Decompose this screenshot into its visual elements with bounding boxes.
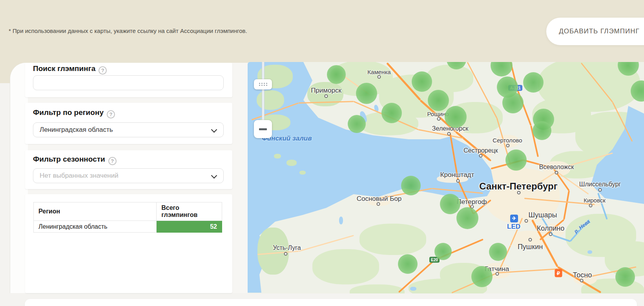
- season-select-placeholder: Нет выбранных значений: [40, 172, 119, 179]
- island-land: [274, 154, 281, 158]
- chevron-down-icon: [211, 127, 217, 133]
- glamping-cluster-marker[interactable]: [348, 115, 366, 133]
- search-section-title: Поиск глэмпинга: [33, 64, 95, 73]
- town-dot: [325, 95, 328, 98]
- search-help-icon[interactable]: ?: [99, 66, 107, 75]
- forest-area: [426, 65, 473, 92]
- glamping-cluster-marker[interactable]: [471, 266, 493, 287]
- lake: [410, 287, 416, 291]
- island-land: [286, 160, 297, 166]
- town-dot: [479, 154, 483, 158]
- map-label-каменка: Каменка: [367, 69, 390, 75]
- map-label-колпино: Колпино: [537, 224, 564, 233]
- airport-icon: ✈: [510, 215, 518, 222]
- region-filter-title: Фильтр по региону: [33, 108, 104, 117]
- attribution-note: * При использовании данных с карты, укаж…: [9, 27, 247, 34]
- season-filter-help-icon[interactable]: ?: [108, 157, 117, 165]
- season-filter-section: Фильтр сезонности? Нет выбранных значени…: [25, 150, 232, 189]
- region-stats-table: Регион Всего глэмпингов Ленинградская об…: [33, 202, 222, 233]
- map-label-шушары: Шушары: [529, 211, 557, 219]
- map-label-всеволожск: Всеволожск: [539, 164, 574, 171]
- town-dot: [549, 233, 553, 236]
- glamping-cluster-marker[interactable]: [327, 65, 346, 84]
- map-label-кронштадт: Кронштадт: [440, 171, 474, 179]
- column-header-region: Регион: [34, 202, 157, 221]
- map-label-сосновый-бор: Сосновый Бор: [357, 195, 402, 203]
- map-label-led: LED: [507, 223, 520, 231]
- region-select-value: Ленинградская область: [40, 126, 113, 133]
- town-dot: [555, 171, 558, 175]
- town-dot: [378, 75, 381, 79]
- town-dot: [525, 219, 528, 223]
- glamping-cluster-marker[interactable]: [456, 207, 478, 229]
- road-line: [563, 191, 570, 220]
- town-dot: [437, 117, 441, 121]
- town-dot: [598, 188, 602, 192]
- map-label-усть-луга: Усть-Луга: [273, 244, 301, 251]
- map-canvas[interactable]: А-121E20₽✈КаменкаПриморскРощиноЗеленогор…: [248, 62, 644, 293]
- forest-area: [359, 224, 426, 255]
- table-header-row: Регион Всего глэмпингов: [34, 202, 222, 221]
- zoom-out-button[interactable]: [254, 120, 272, 138]
- forest-area: [312, 249, 379, 284]
- search-section: Поиск глэмпинга?: [25, 63, 232, 97]
- town-dot: [529, 238, 532, 242]
- lake: [339, 217, 343, 224]
- map-label-пушкин: Пушкин: [518, 243, 543, 251]
- content-card: Поиск глэмпинга? Фильтр по региону? Лени…: [10, 63, 644, 293]
- zoom-slider-handle[interactable]: [254, 79, 272, 89]
- season-select[interactable]: Нет выбранных значений: [33, 168, 224, 183]
- glamping-cluster-marker[interactable]: [505, 149, 527, 171]
- glamping-cluster-marker[interactable]: [412, 71, 432, 92]
- town-dot: [589, 204, 593, 208]
- glamping-cluster-marker[interactable]: [398, 254, 418, 274]
- glamping-cluster-marker[interactable]: [428, 90, 449, 111]
- bottom-section-card: [25, 299, 637, 306]
- minus-icon: [259, 128, 267, 130]
- island-land: [299, 171, 306, 175]
- road-badge-₽: ₽: [555, 269, 562, 277]
- region-filter-section: Фильтр по региону? Ленинградская область: [25, 103, 232, 144]
- map-label-сертолово: Сертолово: [493, 137, 522, 144]
- region-filter-help-icon[interactable]: ?: [107, 110, 115, 118]
- glamping-cluster-marker[interactable]: [381, 103, 402, 123]
- town-dot: [506, 144, 510, 148]
- glamping-count-cell: 52: [157, 221, 222, 233]
- glamping-cluster-marker[interactable]: [489, 243, 507, 261]
- region-cell: Ленинградская область: [34, 221, 157, 233]
- region-stats-section: Регион Всего глэмпингов Ленинградская об…: [25, 194, 232, 293]
- glamping-cluster-marker[interactable]: [491, 62, 513, 76]
- glamping-cluster-marker[interactable]: [445, 106, 467, 128]
- lake: [587, 250, 592, 254]
- chevron-down-icon: [211, 173, 217, 179]
- forest-area: [350, 284, 405, 293]
- glamping-cluster-marker[interactable]: [440, 194, 460, 214]
- glamping-cluster-marker[interactable]: [533, 121, 551, 140]
- town-dot: [580, 279, 584, 282]
- glamping-cluster-marker[interactable]: [502, 92, 524, 113]
- search-input[interactable]: [33, 75, 224, 90]
- glamping-map-page: * При использовании данных с карты, укаж…: [0, 0, 644, 306]
- map-label-санкт-петербург: Санкт-Петербург: [479, 181, 557, 192]
- map-label-шлиссельбург: Шлиссельбург: [579, 181, 621, 188]
- map-label-сестрорецк: Сестрорецк: [463, 147, 498, 154]
- season-filter-title: Фильтр сезонности: [33, 155, 105, 164]
- region-select[interactable]: Ленинградская область: [33, 122, 224, 137]
- glamping-cluster-marker[interactable]: [434, 243, 452, 260]
- map-label-тосно: Тосно: [573, 271, 592, 279]
- island-land: [257, 90, 284, 110]
- column-header-total: Всего глэмпингов: [157, 202, 222, 221]
- filters-sidebar: Поиск глэмпинга? Фильтр по региону? Лени…: [25, 63, 232, 293]
- town-dot: [447, 132, 451, 136]
- glamping-cluster-marker[interactable]: [615, 267, 635, 287]
- add-glamping-button[interactable]: ДОБАВИТЬ ГЛЭМПИНГ: [546, 18, 644, 45]
- glamping-cluster-marker[interactable]: [523, 72, 544, 93]
- map-label-кировск: Кировск: [584, 197, 606, 204]
- map-label-приморск: Приморск: [311, 87, 341, 95]
- town-dot: [456, 179, 460, 183]
- grip-dots-icon: [259, 83, 260, 84]
- glamping-cluster-marker[interactable]: [401, 176, 421, 195]
- table-row: Ленинградская область 52: [34, 221, 222, 233]
- glamping-cluster-marker[interactable]: [356, 83, 377, 104]
- map-label-петергоф: Петергоф: [457, 198, 487, 206]
